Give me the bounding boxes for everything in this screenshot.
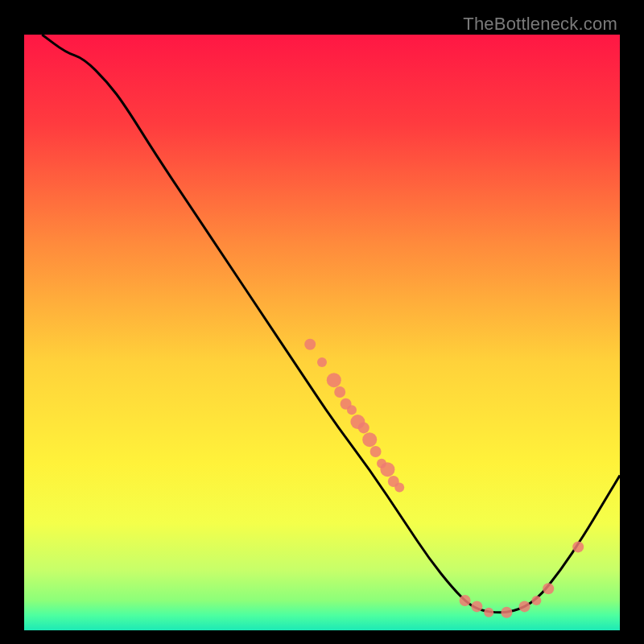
scatter-point <box>334 386 345 398</box>
scatter-point <box>543 583 554 594</box>
chart-svg <box>24 35 620 630</box>
chart-frame: TheBottleneck.com <box>12 12 632 632</box>
scatter-point <box>317 357 327 367</box>
scatter-point <box>370 446 382 457</box>
scatter-point <box>358 422 369 433</box>
scatter-point <box>519 601 530 612</box>
scatter-point <box>572 541 584 552</box>
scatter-point <box>362 432 377 447</box>
scatter-point <box>327 373 341 387</box>
scatter-point <box>501 607 512 618</box>
chart-plot-area <box>24 35 620 630</box>
scatter-point <box>394 482 404 492</box>
scatter-point <box>304 339 316 350</box>
scatter-point <box>484 608 493 617</box>
scatter-point <box>471 601 482 612</box>
scatter-point <box>460 595 471 606</box>
scatter-point <box>380 462 394 477</box>
gradient-background <box>24 35 620 630</box>
watermark-label: TheBottleneck.com <box>463 14 617 35</box>
scatter-point <box>531 596 541 605</box>
scatter-point <box>347 405 357 415</box>
